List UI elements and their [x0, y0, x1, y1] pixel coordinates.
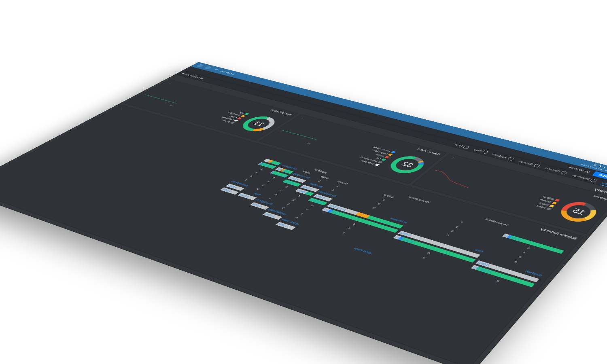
incidents-legend: Critical Severe Major Minor — [533, 195, 560, 211]
panel-menu-icon[interactable]: ⋮ — [449, 156, 456, 160]
help-icon[interactable] — [204, 66, 212, 70]
panel-menu-icon[interactable]: ⋮ — [119, 107, 126, 110]
incidents-total: 15 — [552, 197, 605, 226]
map-icon — [482, 150, 488, 154]
device-sparkline: 30 — [274, 125, 324, 145]
gear-icon — [533, 164, 540, 167]
panel-menu-icon[interactable]: ⋮ — [299, 116, 306, 120]
page-icon — [590, 178, 597, 182]
incidents-sparkline — [427, 166, 480, 188]
user-avatar[interactable] — [195, 64, 204, 68]
bell-icon — [507, 157, 514, 161]
list-icon — [560, 171, 567, 175]
svg-text:10: 10 — [169, 104, 174, 106]
flow-icon — [463, 146, 470, 149]
incidents-donut: 15 — [552, 197, 605, 226]
panel-menu-icon[interactable]: ⋮ — [167, 81, 174, 84]
dashboard-window: ENTUITY NETWORK ANALYTICS Justell me… 🔍 … — [0, 62, 607, 364]
service-sparkline: 10 — [140, 89, 187, 106]
chevron-down-icon — [181, 73, 185, 74]
svg-text:30: 30 — [307, 142, 312, 145]
